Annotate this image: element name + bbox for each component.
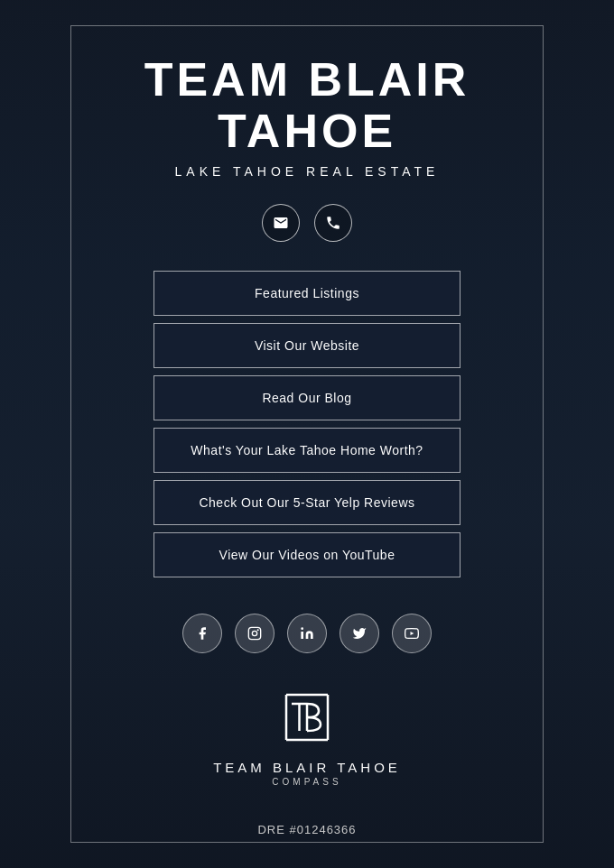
logo-section: TEAM BLAIR TAHOE COMPASS bbox=[213, 686, 401, 805]
linkedin-icon[interactable] bbox=[287, 614, 327, 653]
svg-point-3 bbox=[301, 628, 303, 631]
svg-rect-0 bbox=[248, 628, 260, 640]
home-worth-button[interactable]: What's Your Lake Tahoe Home Worth? bbox=[154, 428, 460, 473]
youtube-icon[interactable] bbox=[392, 614, 432, 653]
svg-marker-4 bbox=[411, 632, 414, 635]
facebook-icon[interactable] bbox=[182, 614, 222, 653]
featured-listings-button[interactable]: Featured Listings bbox=[154, 271, 460, 316]
social-links-row bbox=[182, 614, 432, 653]
email-icon[interactable] bbox=[262, 204, 300, 242]
dre-number: DRE #01246366 bbox=[257, 823, 356, 845]
twitter-icon[interactable] bbox=[340, 614, 379, 653]
instagram-icon[interactable] bbox=[235, 614, 274, 653]
brand-compass: COMPASS bbox=[272, 777, 341, 787]
page-subtitle: LAKE TAHOE REAL ESTATE bbox=[175, 164, 440, 179]
yelp-reviews-button[interactable]: Check Out Our 5-Star Yelp Reviews bbox=[154, 480, 460, 525]
phone-icon[interactable] bbox=[314, 204, 352, 242]
svg-point-1 bbox=[252, 632, 256, 636]
youtube-videos-button[interactable]: View Our Videos on YouTube bbox=[154, 532, 460, 577]
page-title: TEAM BLAIR TAHOE bbox=[81, 54, 533, 157]
visit-website-button[interactable]: Visit Our Website bbox=[154, 323, 460, 368]
brand-name: TEAM BLAIR TAHOE bbox=[213, 758, 401, 777]
read-blog-button[interactable]: Read Our Blog bbox=[154, 375, 460, 420]
nav-buttons: Featured Listings Visit Our Website Read… bbox=[154, 271, 460, 577]
brand-logo-icon bbox=[275, 686, 339, 749]
contact-icons-row bbox=[262, 204, 352, 242]
svg-point-2 bbox=[257, 630, 259, 632]
